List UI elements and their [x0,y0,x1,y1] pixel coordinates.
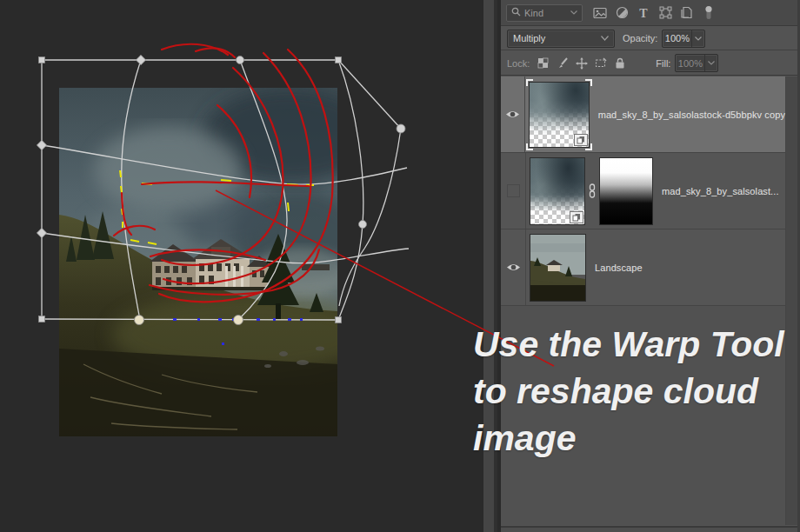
panel-bottom-bar [501,526,797,532]
selection-bracket [585,143,592,150]
opacity-label: Opacity: [623,33,657,43]
blend-mode-dropdown[interactable]: Multiply [507,30,615,48]
caption-line-2: to reshape cloud [473,368,784,415]
layer-thumbnail[interactable] [530,234,586,302]
image-filter-icon[interactable] [590,3,610,23]
layer-row-landscape[interactable]: Landscape [501,229,785,306]
lock-artboard-icon[interactable] [591,55,610,72]
visibility-toggle[interactable] [501,76,525,152]
fill-dropdown-button[interactable] [704,55,717,71]
eye-icon [505,110,520,119]
chevron-down-icon [570,10,577,15]
filter-toggle-icon[interactable] [698,3,719,23]
eye-empty-well [507,184,520,197]
type-filter-icon[interactable]: T [633,3,654,23]
layer-name[interactable]: Landscape [595,263,643,273]
fill-label: Fill: [656,58,670,69]
lock-paint-icon[interactable] [553,55,571,72]
layer-row-mad-sky[interactable]: mad_sky_8_by_salsolast... [501,153,785,229]
eye-icon [506,263,521,272]
layer-thumbnail[interactable] [530,157,585,225]
selection-bracket [526,79,533,86]
smart-object-badge [570,211,583,223]
adjustment-filter-icon[interactable] [611,3,632,23]
layers-scrollbar-track[interactable] [785,76,797,525]
tutorial-caption: Use the Warp Tool to reshape cloud image [473,321,784,462]
layer-row-mad-sky-copy[interactable]: mad_sky_8_by_salsolastock-d5bbpkv copy [501,76,785,153]
layer-name[interactable]: mad_sky_8_by_salsolast... [662,186,779,196]
chevron-down-icon [695,37,702,41]
filter-kind-value: Kind [524,8,567,18]
smart-object-filter-icon[interactable] [677,3,697,23]
filter-kind-dropdown[interactable]: Kind [506,4,583,22]
chevron-down-icon [708,61,715,65]
caption-line-3: image [473,415,784,462]
opacity-field[interactable]: 100% [662,30,705,48]
lock-options-row: Lock: Fill: 100% [501,51,797,76]
lock-transparency-icon[interactable] [534,55,552,72]
landscape-photo [59,88,337,436]
document-image [59,88,337,436]
photoshop-workspace: Kind T Multiply [0,0,800,532]
blend-options-row: Multiply Opacity: 100% [501,27,797,50]
selection-bracket [526,143,533,150]
opacity-dropdown-button[interactable] [691,30,704,47]
lock-all-icon[interactable] [610,55,629,72]
fill-field[interactable]: 100% [675,54,718,72]
visibility-toggle[interactable] [501,153,526,229]
fill-value: 100% [676,58,704,69]
blend-mode-value: Multiply [513,33,601,43]
chevron-down-icon [601,36,609,41]
lock-label: Lock: [507,58,530,69]
shape-filter-icon[interactable] [655,3,676,23]
layer-mask-thumbnail[interactable] [599,157,653,225]
chain-link-icon[interactable] [588,183,597,198]
opacity-value: 100% [663,33,691,43]
lock-move-icon[interactable] [572,55,590,72]
layer-thumbnail[interactable] [529,82,590,148]
search-icon [511,7,521,18]
visibility-toggle[interactable] [501,229,526,305]
layer-name[interactable]: mad_sky_8_by_salsolastock-d5bbpkv copy [598,110,785,120]
svg-text:T: T [639,7,648,19]
layers-filter-row: Kind T [501,0,797,26]
caption-line-1: Use the Warp Tool [473,321,784,368]
canvas-area[interactable] [0,0,483,532]
selection-bracket [585,79,592,86]
